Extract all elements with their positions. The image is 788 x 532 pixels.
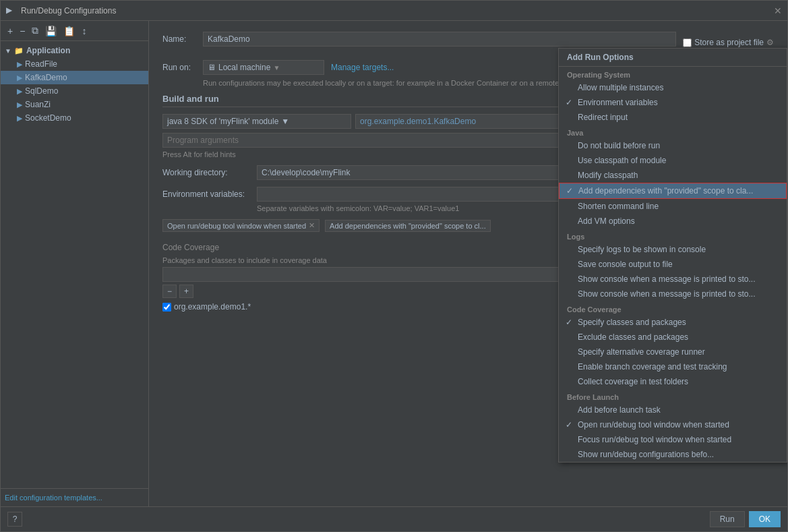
name-input[interactable] [203, 32, 676, 47]
dropdown-header: Add Run Options [559, 49, 787, 67]
add-before-launch-item[interactable]: Add before launch task [559, 403, 787, 417]
store-row: Store as project file ⚙ [683, 38, 774, 47]
environment-variables-item[interactable]: Environment variables [559, 95, 787, 110]
enable-branch-item[interactable]: Enable branch coverage and test tracking [559, 359, 787, 374]
config-icon-suanzi: ▶ [17, 100, 22, 109]
window-icon: ▶ [6, 5, 17, 16]
gear-icon[interactable]: ⚙ [766, 38, 774, 47]
working-dir-label: Working directory: [162, 168, 257, 177]
sort-config-button[interactable]: ↕ [79, 24, 89, 38]
modify-options-dropdown: Add Run Options Operating System Allow m… [558, 48, 787, 463]
name-row: Name: [162, 32, 676, 47]
add-vm-options-item[interactable]: Add VM options [559, 214, 787, 229]
redirect-input-item[interactable]: Redirect input [559, 110, 787, 125]
help-button[interactable]: ? [7, 512, 22, 527]
coverage-plus-button[interactable]: + [179, 285, 193, 298]
sidebar-item-sqldemo-label: SqlDemo [25, 86, 58, 96]
tree-group-application: ▼ 📁 Application ▶ ReadFile ▶ KafkaDemo ▶ [1, 44, 148, 125]
main-content: + − ⧉ 💾 📋 ↕ ▼ 📁 Application ▶ ReadFile [1, 21, 787, 506]
sdk-value: java 8 SDK of 'myFlink' module [167, 117, 278, 126]
application-folder-icon: 📁 [14, 47, 24, 55]
copy-config-button[interactable]: ⧉ [29, 24, 41, 38]
sidebar-item-sqldemo[interactable]: ▶ SqlDemo [1, 84, 148, 98]
show-console-printed-item[interactable]: Show console when a message is printed t… [559, 272, 787, 287]
sidebar-item-socketdemo-label: SocketDemo [25, 113, 71, 123]
sdk-dropdown[interactable]: java 8 SDK of 'myFlink' module ▼ [162, 114, 351, 129]
open-tool-window-item[interactable]: Open run/debug tool window when started [559, 417, 787, 432]
bottom-bar: ? Run OK [1, 506, 787, 531]
focus-run-item[interactable]: Focus run/debug tool window when started [559, 432, 787, 447]
config-icon-sqldemo: ▶ [17, 87, 22, 96]
code-coverage-section-title: Code Coverage [559, 301, 787, 315]
sidebar-item-kafkademo-label: KafkaDemo [25, 73, 67, 82]
specify-alternative-item[interactable]: Specify alternative coverage runner [559, 345, 787, 359]
move-config-button[interactable]: 📋 [61, 24, 78, 38]
name-label: Name: [162, 34, 203, 44]
sidebar-item-suanzi[interactable]: ▶ SuanZi [1, 98, 148, 111]
build-run-label: Build and run [162, 94, 219, 104]
store-project-file-label: Store as project file [694, 38, 764, 47]
run-on-value: Local machine [218, 63, 270, 72]
window-title: Run/Debug Configurations [21, 6, 774, 16]
specify-classes-item[interactable]: Specify classes and packages [559, 315, 787, 330]
use-classpath-item[interactable]: Use classpath of module [559, 153, 787, 168]
application-group-label: Application [26, 46, 70, 55]
save-console-item[interactable]: Save console output to file [559, 257, 787, 272]
sidebar-toolbar: + − ⧉ 💾 📋 ↕ [1, 21, 148, 41]
run-on-label: Run on: [162, 63, 203, 72]
show-run-debug-item[interactable]: Show run/debug configurations befo... [559, 447, 787, 462]
config-icon-kafkademo: ▶ [17, 73, 22, 82]
modify-classpath-item[interactable]: Modify classpath [559, 168, 787, 183]
main-panel: Name: Store as project file ⚙ Run on: 🖥 … [149, 21, 787, 506]
open-tool-chip-label: Open run/debug tool window when started [167, 222, 306, 230]
show-console-printed2-item[interactable]: Show console when a message is printed t… [559, 287, 787, 301]
config-icon-socketdemo: ▶ [17, 114, 22, 123]
edit-templates-link[interactable]: Edit configuration templates... [5, 494, 102, 502]
ok-button[interactable]: OK [749, 511, 781, 527]
java-section-title: Java [559, 125, 787, 138]
close-button[interactable]: ✕ [774, 5, 782, 16]
collect-coverage-item[interactable]: Collect coverage in test folders [559, 374, 787, 389]
add-dependencies-item[interactable]: Add dependencies with "provided" scope t… [559, 183, 787, 199]
dropdown-arrow-icon: ▼ [273, 64, 280, 71]
run-button[interactable]: Run [710, 511, 745, 527]
sidebar-tree: ▼ 📁 Application ▶ ReadFile ▶ KafkaDemo ▶ [1, 41, 148, 488]
specify-logs-item[interactable]: Specify logs to be shown in console [559, 242, 787, 257]
deps-chip-label: Add dependencies with "provided" scope t… [330, 222, 486, 230]
sdk-dropdown-arrow-icon: ▼ [281, 117, 289, 126]
remove-config-button[interactable]: − [17, 24, 28, 38]
open-tool-chip: Open run/debug tool window when started … [162, 219, 320, 232]
coverage-item-checkbox[interactable] [162, 303, 171, 312]
do-not-build-item[interactable]: Do not build before run [559, 138, 787, 153]
title-bar: ▶ Run/Debug Configurations ✕ [1, 1, 787, 21]
add-config-button[interactable]: + [5, 24, 16, 38]
sidebar-item-readfile-label: ReadFile [25, 59, 57, 69]
coverage-minus-button[interactable]: − [162, 285, 177, 298]
tree-group-application-header[interactable]: ▼ 📁 Application [1, 44, 148, 57]
before-launch-section-title: Before Launch [559, 389, 787, 403]
coverage-item-label: org.example.demo1.* [174, 302, 251, 312]
sidebar: + − ⧉ 💾 📋 ↕ ▼ 📁 Application ▶ ReadFile [1, 21, 149, 506]
os-section-title: Operating System [559, 67, 787, 80]
store-project-file-checkbox[interactable] [683, 38, 692, 47]
exclude-classes-item[interactable]: Exclude classes and packages [559, 330, 787, 345]
sidebar-footer: Edit configuration templates... [1, 488, 148, 506]
shorten-command-line-item[interactable]: Shorten command line [559, 199, 787, 214]
logs-section-title: Logs [559, 229, 787, 242]
config-icon-readfile: ▶ [17, 60, 22, 69]
sidebar-item-suanzi-label: SuanZi [25, 100, 51, 109]
env-vars-label: Environment variables: [162, 189, 257, 199]
expand-arrow-icon: ▼ [5, 47, 11, 55]
sidebar-item-socketdemo[interactable]: ▶ SocketDemo [1, 111, 148, 125]
sidebar-item-readfile[interactable]: ▶ ReadFile [1, 57, 148, 71]
save-config-button[interactable]: 💾 [42, 24, 59, 38]
code-coverage-title: Code Coverage [162, 243, 219, 252]
manage-targets-link[interactable]: Manage targets... [331, 63, 394, 72]
local-machine-icon: 🖥 [208, 63, 216, 72]
main-window: ▶ Run/Debug Configurations ✕ + − ⧉ 💾 📋 ↕… [0, 0, 788, 532]
sidebar-item-kafkademo[interactable]: ▶ KafkaDemo [1, 71, 148, 84]
run-on-dropdown[interactable]: 🖥 Local machine ▼ [203, 60, 324, 75]
close-chip-icon[interactable]: ✕ [309, 221, 315, 230]
deps-chip: Add dependencies with "provided" scope t… [325, 220, 491, 232]
allow-multiple-instances-item[interactable]: Allow multiple instances [559, 80, 787, 95]
